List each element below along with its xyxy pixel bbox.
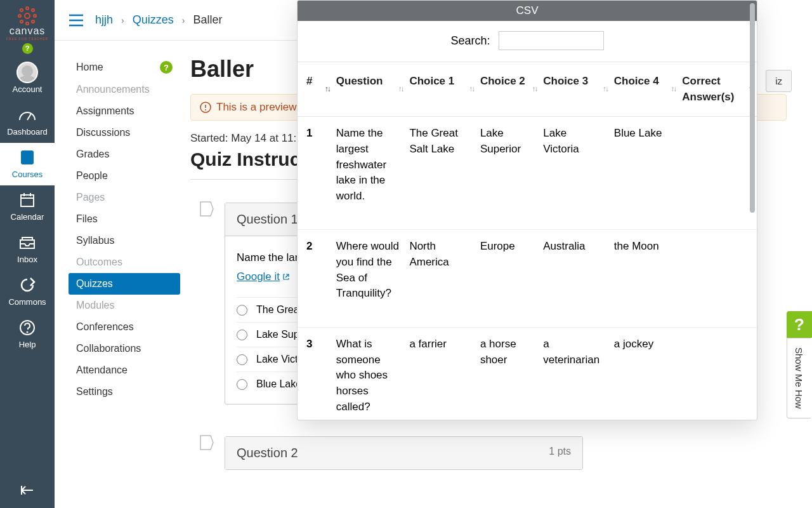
svg-point-8 <box>32 20 34 23</box>
svg-point-5 <box>20 9 23 11</box>
csv-search-input[interactable] <box>499 31 604 50</box>
external-link-icon <box>282 273 290 281</box>
notif-badge-icon[interactable]: ? <box>22 43 33 54</box>
col-question[interactable]: Question↑↓ <box>334 62 407 117</box>
help-icon <box>18 318 37 337</box>
question-pts: 1 pts <box>549 446 571 460</box>
col-correct[interactable]: Correct Answer(s)↑↓ <box>679 62 757 117</box>
hamburger-icon[interactable] <box>69 14 84 27</box>
course-nav-attendance[interactable]: Attendance <box>69 359 180 381</box>
nav-inbox[interactable]: Inbox <box>0 228 55 271</box>
brand-sub: FREE FOR TEACHER <box>0 37 55 41</box>
commons-icon <box>18 276 37 295</box>
crumb-quizzes[interactable]: Quizzes <box>133 13 174 26</box>
svg-point-19 <box>27 332 28 333</box>
avatar-icon <box>16 62 38 83</box>
courses-icon <box>18 148 37 167</box>
question-label: Question 1 <box>237 212 298 227</box>
nav-account[interactable]: Account <box>0 57 55 100</box>
bookmark-icon[interactable] <box>199 200 214 220</box>
svg-point-0 <box>25 13 30 18</box>
sort-icon: ↑↓ <box>532 84 537 95</box>
course-nav-conferences[interactable]: Conferences <box>69 316 180 338</box>
course-nav-assignments[interactable]: Assignments <box>69 100 180 122</box>
csv-modal: CSV Search: #↑↓ Question↑↓ Choice 1↑↓ Ch… <box>297 0 757 420</box>
dashboard-icon <box>18 105 37 124</box>
question-label: Question 2 <box>237 446 298 460</box>
canvas-logo[interactable]: canvas FREE FOR TEACHER ? <box>0 0 55 57</box>
csv-search-row: Search: <box>298 21 757 62</box>
radio-input[interactable] <box>237 330 247 340</box>
course-nav-pages[interactable]: Pages <box>69 187 180 208</box>
csv-table: #↑↓ Question↑↓ Choice 1↑↓ Choice 2↑↓ Cho… <box>298 62 757 420</box>
radio-input[interactable] <box>237 379 247 390</box>
nav-calendar[interactable]: Calendar <box>0 185 55 228</box>
radio-input[interactable] <box>237 354 247 365</box>
show-me-how-tab[interactable]: ? Show Me How <box>787 311 812 418</box>
chevron-right-icon: › <box>121 15 124 25</box>
svg-line-9 <box>27 114 31 120</box>
collapse-nav-icon[interactable] <box>0 484 55 499</box>
course-nav-syllabus[interactable]: Syllabus <box>69 230 180 251</box>
course-nav-modules[interactable]: Modules <box>69 295 180 316</box>
csv-row: 1 Name the largest freshwater lake in th… <box>298 117 757 230</box>
course-nav-settings[interactable]: Settings <box>69 381 180 403</box>
bookmark-icon[interactable] <box>199 434 214 454</box>
help-questionmark-icon: ? <box>787 311 812 338</box>
course-nav: Home? Announcements Assignments Discussi… <box>69 56 180 403</box>
svg-point-2 <box>26 22 29 25</box>
col-choice4[interactable]: Choice 4↑↓ <box>612 62 679 117</box>
brand-name: canvas <box>0 25 55 37</box>
crumb-course[interactable]: hjjh <box>95 13 113 26</box>
course-nav-files[interactable]: Files <box>69 208 180 230</box>
csv-tbody: 1 Name the largest freshwater lake in th… <box>298 117 757 420</box>
info-icon <box>200 102 211 113</box>
nav-dashboard[interactable]: Dashboard <box>0 100 55 143</box>
inbox-icon <box>18 233 37 252</box>
crumb-current: Baller <box>193 13 222 26</box>
question-row-2: Question 21 pts <box>199 436 787 470</box>
col-choice2[interactable]: Choice 2↑↓ <box>478 62 540 117</box>
breadcrumb: hjjh › Quizzes › Baller <box>95 13 223 27</box>
course-nav-home[interactable]: Home? <box>69 56 180 79</box>
svg-rect-13 <box>21 195 34 206</box>
nav-help[interactable]: Help <box>0 313 55 356</box>
course-nav-grades[interactable]: Grades <box>69 144 180 165</box>
search-label: Search: <box>450 34 490 47</box>
scrollbar-thumb[interactable] <box>750 3 755 213</box>
course-nav-outcomes[interactable]: Outcomes <box>69 251 180 273</box>
course-nav-announcements[interactable]: Announcements <box>69 79 180 100</box>
sort-asc-icon: ↑↓ <box>325 84 330 95</box>
csv-row: 3 What is someone who shoes horses calle… <box>298 328 757 420</box>
col-choice3[interactable]: Choice 3↑↓ <box>540 62 612 117</box>
google-it-link[interactable]: Google it <box>237 271 290 283</box>
sort-icon: ↑↓ <box>603 84 608 95</box>
course-nav-discussions[interactable]: Discussions <box>69 122 180 144</box>
course-nav-collaborations[interactable]: Collaborations <box>69 338 180 359</box>
global-nav: canvas FREE FOR TEACHER ? Account Dashbo… <box>0 0 55 508</box>
calendar-icon <box>18 190 37 210</box>
sort-icon: ↑↓ <box>671 84 676 95</box>
csv-scrollbar[interactable] <box>749 2 756 275</box>
show-me-how-label: Show Me How <box>787 338 811 418</box>
csv-row: 2 Where would you find the Sea of Tranqu… <box>298 230 757 328</box>
question-card-2: Question 21 pts <box>225 436 583 470</box>
csv-title-bar: CSV <box>298 1 757 21</box>
svg-point-3 <box>18 15 21 17</box>
radio-input[interactable] <box>237 305 247 316</box>
col-choice1[interactable]: Choice 1↑↓ <box>407 62 478 117</box>
svg-point-6 <box>32 9 34 11</box>
nav-commons[interactable]: Commons <box>0 271 55 313</box>
chevron-right-icon: › <box>182 15 185 25</box>
course-nav-people[interactable]: People <box>69 165 180 187</box>
col-num[interactable]: #↑↓ <box>298 62 334 117</box>
svg-point-27 <box>205 109 206 110</box>
course-nav-quizzes[interactable]: Quizzes <box>69 273 180 295</box>
csv-header-row: #↑↓ Question↑↓ Choice 1↑↓ Choice 2↑↓ Cho… <box>298 62 757 117</box>
svg-point-1 <box>26 7 29 10</box>
nav-courses[interactable]: Courses <box>0 143 55 185</box>
svg-point-4 <box>34 15 36 17</box>
help-badge-icon[interactable]: ? <box>160 61 173 74</box>
svg-line-28 <box>285 274 289 277</box>
sort-icon: ↑↓ <box>469 84 474 95</box>
